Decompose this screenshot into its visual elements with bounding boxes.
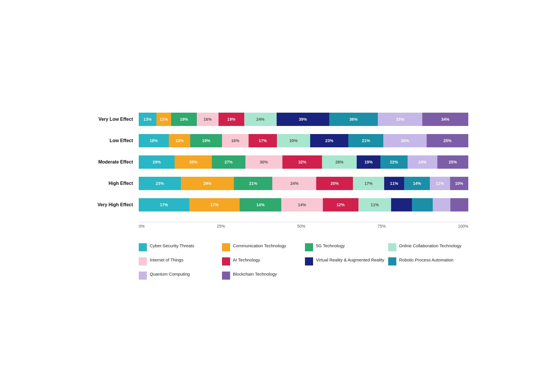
bar-segment-1-6: 23%: [310, 134, 348, 147]
bar-segment-4-4: 12%: [323, 198, 358, 211]
legend-item-1: Communication Technology: [222, 243, 302, 251]
bar-segment-2-8: 24%: [408, 155, 437, 169]
legend-label-5: AI Technology: [233, 257, 260, 263]
bar-track-1: 18%13%19%16%17%20%23%21%26%25%: [139, 134, 468, 147]
bar-segment-4-3: 14%: [281, 198, 323, 211]
row-label-0: Very Low Effect: [87, 117, 139, 122]
x-label-100: 100%: [458, 224, 468, 228]
legend-label-0: Cyber-Security Threats: [150, 243, 194, 249]
legend-color-7: [388, 257, 396, 265]
bar-segment-2-4: 32%: [282, 155, 322, 169]
bar-segment-0-7: 36%: [329, 113, 378, 126]
row-label-4: Very High Effect: [87, 202, 139, 207]
x-label-50: 50%: [297, 224, 305, 228]
bar-segment-4-9: [450, 198, 468, 211]
bar-segment-4-5: 11%: [358, 198, 391, 211]
legend-item-2: 5G Technology: [305, 243, 385, 251]
x-axis: 0% 25% 50% 75% 100%: [139, 222, 468, 228]
bar-segment-3-7: 14%: [404, 177, 430, 190]
legend-area: Cyber-Security ThreatsCommunication Tech…: [139, 243, 468, 280]
bar-segment-2-1: 30%: [175, 155, 212, 169]
legend-item-3: Online Collaboration Technology: [388, 243, 469, 251]
legend-item-8: Quantum Computing: [139, 271, 219, 280]
bar-segment-1-5: 20%: [277, 134, 310, 147]
x-label-25: 25%: [217, 224, 225, 228]
bar-segment-4-0: 17%: [139, 198, 189, 211]
legend-item-6: Virtual Reality & Augmented Reality: [305, 257, 385, 265]
bar-segment-0-6: 39%: [277, 113, 329, 126]
legend-item-0: Cyber-Security Threats: [139, 243, 219, 251]
bar-segment-2-6: 19%: [357, 155, 380, 169]
row-label-3: High Effect: [87, 181, 139, 186]
bar-segment-1-1: 13%: [169, 134, 190, 147]
bar-segment-4-1: 17%: [189, 198, 240, 211]
bar-track-4: 17%17%14%14%12%11%: [139, 198, 468, 211]
legend-item-5: AI Technology: [222, 257, 302, 265]
bar-segment-1-0: 18%: [139, 134, 169, 147]
bar-segment-0-8: 33%: [378, 113, 422, 126]
legend-item-4: Internet of Things: [139, 257, 219, 265]
bar-segment-3-3: 24%: [272, 177, 316, 190]
legend-label-8: Quantum Computing: [150, 271, 190, 277]
bar-segment-3-6: 11%: [384, 177, 404, 190]
bar-segment-0-1: 11%: [156, 113, 171, 126]
legend-label-7: Robotic Process Automation: [399, 257, 454, 263]
bar-segment-3-1: 29%: [181, 177, 234, 190]
row-label-1: Low Effect: [87, 138, 139, 143]
legend-color-6: [305, 257, 313, 265]
bar-row-3: High Effect23%29%21%24%20%17%11%14%11%10…: [87, 177, 468, 190]
bar-track-2: 29%30%27%30%32%28%19%22%24%25%: [139, 155, 468, 169]
bar-segment-2-5: 28%: [322, 155, 357, 169]
bar-segment-0-3: 16%: [197, 113, 219, 126]
row-label-2: Moderate Effect: [87, 159, 139, 165]
bar-track-0: 13%11%19%16%19%24%39%36%33%34%: [139, 113, 468, 126]
chart-area: Very Low Effect13%11%19%16%19%24%39%36%3…: [87, 113, 468, 220]
bar-segment-3-2: 21%: [234, 177, 272, 190]
legend-label-6: Virtual Reality & Augmented Reality: [316, 257, 384, 263]
legend-color-4: [139, 257, 147, 265]
bar-segment-4-7: [412, 198, 433, 211]
bar-segment-2-3: 30%: [245, 155, 283, 169]
bar-segment-0-0: 13%: [139, 113, 156, 126]
legend-color-0: [139, 243, 147, 251]
legend-label-2: 5G Technology: [316, 243, 345, 249]
bar-segment-4-6: [391, 198, 412, 211]
bar-segment-1-3: 16%: [222, 134, 249, 147]
bar-segment-1-8: 26%: [383, 134, 427, 147]
legend-color-8: [139, 272, 147, 280]
legend-color-9: [222, 272, 230, 280]
bar-segment-3-0: 23%: [139, 177, 181, 190]
legend-label-4: Internet of Things: [150, 257, 183, 263]
bar-segment-3-5: 17%: [353, 177, 384, 190]
bar-segment-3-4: 20%: [316, 177, 353, 190]
bar-segment-2-9: 25%: [437, 155, 468, 169]
legend-color-3: [388, 243, 396, 251]
legend-color-2: [305, 243, 313, 251]
bar-segment-1-9: 25%: [427, 134, 468, 147]
bar-segment-4-2: 14%: [240, 198, 281, 211]
legend-label-1: Communication Technology: [233, 243, 286, 249]
bar-row-0: Very Low Effect13%11%19%16%19%24%39%36%3…: [87, 113, 468, 126]
bar-segment-4-8: [433, 198, 451, 211]
bar-segment-1-7: 21%: [348, 134, 383, 147]
bar-segment-0-2: 19%: [171, 113, 197, 126]
chart-container: Very Low Effect13%11%19%16%19%24%39%36%3…: [75, 95, 480, 297]
x-label-0: 0%: [139, 224, 145, 228]
bar-segment-2-2: 27%: [212, 155, 245, 169]
bar-segment-2-0: 29%: [139, 155, 175, 169]
bar-segment-0-4: 19%: [219, 113, 244, 126]
bar-segment-1-4: 17%: [249, 134, 277, 147]
bar-segment-0-5: 24%: [244, 113, 277, 126]
x-axis-row: 0% 25% 50% 75% 100%: [87, 222, 468, 228]
bar-segment-0-9: 34%: [422, 113, 468, 126]
bar-row-4: Very High Effect17%17%14%14%12%11%: [87, 198, 468, 211]
legend-item-9: Blockchain Technology: [222, 271, 302, 280]
legend-color-5: [222, 257, 230, 265]
bar-track-3: 23%29%21%24%20%17%11%14%11%10%: [139, 177, 468, 190]
bar-row-1: Low Effect18%13%19%16%17%20%23%21%26%25%: [87, 134, 468, 147]
bar-segment-2-7: 22%: [380, 155, 408, 169]
legend-color-1: [222, 243, 230, 251]
legend-item-7: Robotic Process Automation: [388, 257, 469, 265]
bar-row-2: Moderate Effect29%30%27%30%32%28%19%22%2…: [87, 155, 468, 169]
bar-segment-3-8: 11%: [430, 177, 450, 190]
